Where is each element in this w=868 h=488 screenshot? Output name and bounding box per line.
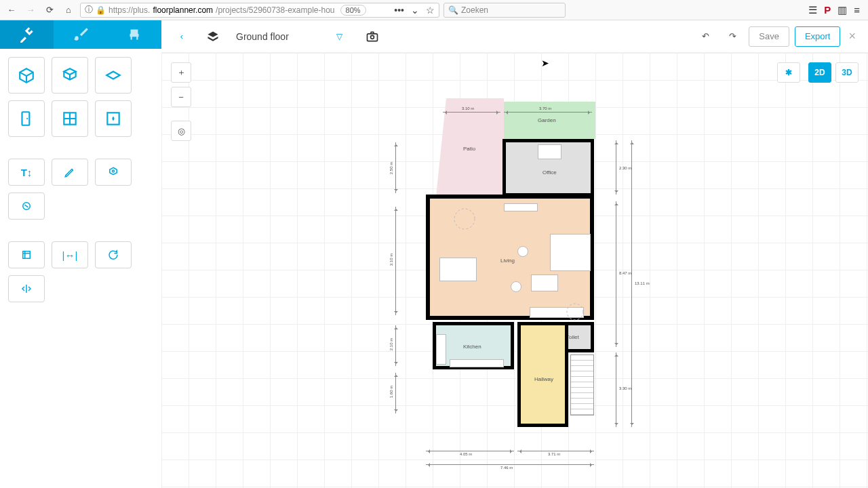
svg-point-8 [370,35,374,39]
browser-toolbar: ← → ⟳ ⌂ ⓘ 🔒 https://plus.floorplanner.co… [0,0,868,20]
chair-icon [125,26,143,43]
view-3d-button[interactable]: 3D [835,62,859,83]
zoom-in-button[interactable]: ＋ [171,62,191,83]
text-tool[interactable]: T↕ [8,159,45,186]
room-hallway[interactable] [517,322,568,427]
draw-wall-tool[interactable] [52,57,88,94]
cursor-icon: ➤ [541,58,549,68]
hallway-label: Hallway [534,376,553,382]
forward-button[interactable]: → [23,3,38,18]
redo-button[interactable]: ↷ [722,26,743,47]
lock-icon: 🔒 [96,5,106,15]
sidebar-icon[interactable]: ▥ [837,4,847,16]
tool-panel: T↕ |↔| [0,49,161,310]
brush-icon [72,26,90,43]
living-label: Living [500,258,515,264]
pocket-icon[interactable]: ⌄ [411,5,419,16]
reload-button[interactable]: ⟳ [42,3,57,18]
decorate-mode-tab[interactable] [54,20,107,49]
dimension-tool[interactable]: |↔| [52,241,88,268]
info-icon: ⓘ [85,4,93,16]
browser-search[interactable]: 🔍 Zoeken [443,3,566,18]
close-button[interactable]: × [846,29,859,43]
svg-point-10 [454,209,475,229]
floors-icon[interactable] [202,26,224,47]
zoom-level[interactable]: 80% [340,5,366,16]
back-to-project-button[interactable]: ‹ [171,26,193,47]
fireplace-tool[interactable] [95,100,132,137]
url-bar[interactable]: ⓘ 🔒 https://plus.floorplanner.com/projec… [80,3,439,18]
floor-name[interactable]: Ground floor [236,31,289,42]
snapshot-button[interactable] [361,26,383,47]
pinterest-icon[interactable]: P [824,4,831,16]
left-sidebar: T↕ |↔| [0,20,161,488]
build-mode-tab[interactable] [0,20,54,49]
office-label: Office [542,169,557,176]
scale-tool[interactable] [8,241,45,268]
mirror-tool[interactable] [8,275,45,302]
kitchen-label: Kitchen [463,344,481,350]
patio-label: Patio [463,146,475,152]
zoom-out-button[interactable]: − [171,87,191,107]
svg-point-11 [567,304,583,320]
bookmark-icon[interactable]: ☆ [426,5,435,16]
settings-button[interactable]: ✱ [777,62,800,83]
furnish-mode-tab[interactable] [108,20,161,49]
save-button[interactable]: Save [749,26,789,47]
search-icon: 🔍 [448,5,458,15]
window-tool[interactable] [52,100,88,137]
hammer-icon [18,26,36,43]
home-button[interactable]: ⌂ [61,3,76,18]
export-button[interactable]: Export [795,26,841,47]
app-topbar: ‹ Ground floor ▽ ↶ ↷ Save Export × [161,20,868,53]
library-icon[interactable]: ☰ [808,4,817,16]
door-tool[interactable] [8,100,45,137]
plant-icon [451,205,478,232]
stairs[interactable] [570,354,594,415]
camera-pin-tool[interactable] [95,159,132,186]
svg-point-4 [113,170,115,172]
menu-icon[interactable]: ≡ [854,4,860,16]
svg-rect-0 [22,112,30,125]
svg-point-1 [26,118,28,119]
garden-label: Garden [538,117,556,123]
rotate-tool[interactable] [95,241,132,268]
plant-icon [565,302,585,322]
pencil-tool[interactable] [52,159,88,186]
svg-rect-6 [23,251,31,259]
view-2d-button[interactable]: 2D [808,62,831,83]
floor-dropdown[interactable]: ▽ [336,32,342,41]
draw-surface-tool[interactable] [95,57,132,94]
symbol-tool[interactable] [8,192,45,220]
more-icon[interactable]: ••• [394,5,404,16]
draw-room-tool[interactable] [8,57,45,94]
locate-button[interactable]: ◎ [171,121,191,141]
canvas-area[interactable]: ‹ Ground floor ▽ ↶ ↷ Save Export × ＋ − ◎… [161,20,868,488]
back-button[interactable]: ← [4,3,19,18]
undo-button[interactable]: ↶ [694,26,716,47]
floor-plan[interactable]: Garden Patio Office Living Kitchen [395,71,606,444]
svg-rect-7 [367,33,377,41]
